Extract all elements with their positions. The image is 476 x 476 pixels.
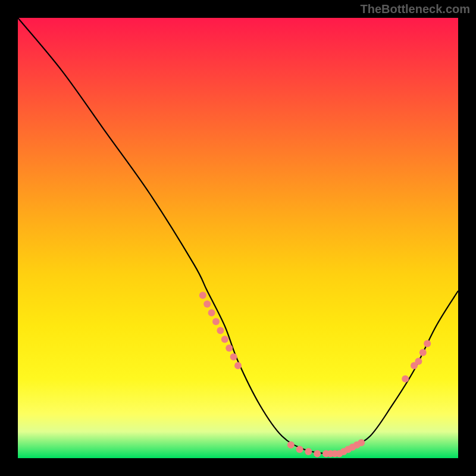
data-point	[199, 292, 206, 299]
data-point	[208, 309, 215, 317]
data-points	[199, 292, 431, 457]
data-point	[305, 448, 312, 455]
bottleneck-curve	[18, 18, 458, 455]
data-point	[419, 349, 427, 356]
data-point	[415, 358, 422, 365]
plot-area	[18, 18, 458, 458]
data-point	[296, 446, 303, 453]
chart-svg	[18, 18, 458, 458]
data-point	[217, 327, 224, 334]
data-point	[234, 362, 242, 369]
data-point	[424, 340, 431, 347]
data-point	[358, 439, 365, 446]
data-point	[226, 345, 233, 352]
data-point	[230, 353, 237, 361]
data-point	[402, 375, 409, 383]
data-point	[314, 450, 321, 458]
data-point	[212, 318, 220, 325]
data-point	[203, 300, 211, 308]
data-point	[287, 441, 295, 449]
watermark-text: TheBottleneck.com	[361, 2, 470, 16]
data-point	[221, 336, 228, 343]
